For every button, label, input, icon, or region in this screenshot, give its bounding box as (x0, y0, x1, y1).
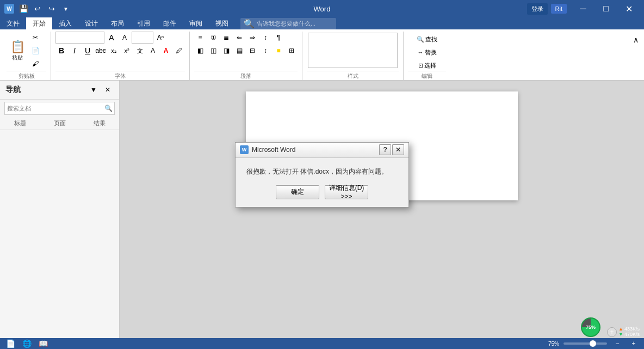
dialog-title: W Microsoft Word (240, 145, 295, 154)
dialog-help-button[interactable]: ? (379, 144, 391, 155)
dialog-button-row: 确定 详细信息(D) >>> (246, 185, 398, 199)
dialog-overlay: W Microsoft Word ? ✕ 很抱歉，无法打开 体信.docx，因为… (0, 0, 644, 349)
dialog-close-button[interactable]: ✕ (392, 144, 404, 155)
dialog-title-bar: W Microsoft Word ? ✕ (236, 143, 408, 158)
error-dialog: W Microsoft Word ? ✕ 很抱歉，无法打开 体信.docx，因为… (235, 142, 409, 207)
dialog-controls: ? ✕ (379, 144, 404, 155)
dialog-body: 很抱歉，无法打开 体信.docx，因为内容有问题。 确定 详细信息(D) >>> (236, 158, 408, 206)
ok-button[interactable]: 确定 (276, 185, 319, 199)
details-button[interactable]: 详细信息(D) >>> (325, 185, 368, 199)
dialog-word-icon: W (240, 145, 249, 154)
dialog-message: 很抱歉，无法打开 体信.docx，因为内容有问题。 (246, 167, 398, 176)
